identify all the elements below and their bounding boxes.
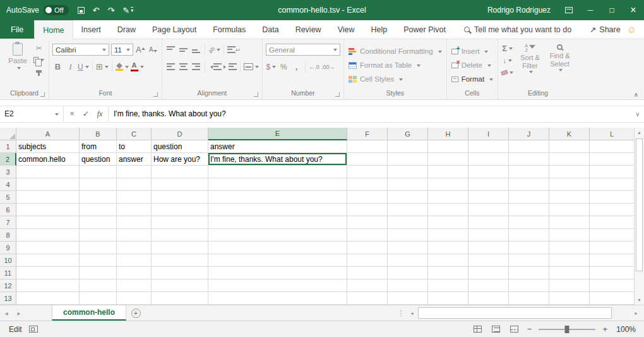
cancel-button[interactable]: ×: [65, 109, 79, 118]
column-header-F[interactable]: F: [347, 128, 388, 140]
zoom-slider[interactable]: [539, 329, 595, 330]
clipboard-dialog-launcher[interactable]: [40, 92, 45, 97]
zoom-in-button[interactable]: +: [602, 324, 607, 334]
cell-L4[interactable]: [590, 178, 634, 191]
cell-L5[interactable]: [590, 191, 634, 204]
cell-B9[interactable]: [80, 242, 117, 254]
cell-styles-button[interactable]: Cell Styles: [347, 73, 443, 85]
name-box[interactable]: E2: [0, 106, 64, 122]
autosum-button[interactable]: Σ: [501, 44, 513, 53]
cell-I8[interactable]: [468, 229, 509, 242]
cell-H9[interactable]: [428, 242, 468, 254]
decrease-decimal-button[interactable]: .00→: [321, 61, 335, 73]
alignment-dialog-launcher[interactable]: [254, 92, 258, 97]
zoom-out-button[interactable]: −: [527, 324, 532, 334]
cell-G3[interactable]: [388, 166, 428, 178]
view-page-break-button[interactable]: [509, 324, 520, 334]
cell-E11[interactable]: [208, 267, 347, 279]
select-all-corner[interactable]: [0, 128, 16, 140]
cell-G2[interactable]: [388, 153, 428, 166]
cell-H8[interactable]: [428, 229, 468, 242]
cell-J6[interactable]: [509, 204, 549, 216]
paste-button[interactable]: Paste: [3, 41, 32, 89]
undo-button[interactable]: ↶: [93, 6, 100, 15]
cell-C8[interactable]: [117, 229, 152, 242]
cell-I11[interactable]: [468, 267, 509, 279]
cell-A5[interactable]: [16, 191, 80, 204]
cell-L1[interactable]: [590, 140, 634, 153]
tab-help[interactable]: Help: [363, 20, 396, 39]
cell-B10[interactable]: [80, 254, 117, 267]
cell-B12[interactable]: [80, 279, 117, 292]
align-left-button[interactable]: [165, 61, 176, 73]
cell-B8[interactable]: [80, 229, 117, 242]
cell-E3[interactable]: [208, 166, 347, 178]
cell-D6[interactable]: [152, 204, 208, 216]
cell-H4[interactable]: [428, 178, 468, 191]
cell-E2[interactable]: I'm fine, thanks. What about you?: [208, 153, 347, 166]
row-header-9[interactable]: 9: [0, 242, 16, 254]
macro-record-icon[interactable]: [29, 326, 38, 333]
cell-L6[interactable]: [590, 204, 634, 216]
align-right-button[interactable]: [191, 61, 201, 73]
row-header-13[interactable]: 13: [0, 292, 16, 305]
cell-G11[interactable]: [388, 267, 428, 279]
fill-button[interactable]: ↓: [501, 56, 513, 65]
cell-G9[interactable]: [388, 242, 428, 254]
cell-D1[interactable]: question: [152, 140, 208, 153]
column-header-E[interactable]: E: [208, 128, 347, 140]
tab-view[interactable]: View: [330, 20, 363, 39]
decrease-font-size-button[interactable]: A: [148, 44, 158, 56]
cell-K13[interactable]: [549, 292, 590, 305]
feedback-smiley-button[interactable]: ☺: [627, 20, 644, 39]
cell-H3[interactable]: [428, 166, 468, 178]
cell-E13[interactable]: [208, 292, 347, 305]
cell-B6[interactable]: [80, 204, 117, 216]
column-header-K[interactable]: K: [549, 128, 590, 140]
cell-C12[interactable]: [117, 279, 152, 292]
underline-button[interactable]: U: [78, 61, 89, 73]
save-button[interactable]: [78, 7, 85, 14]
cell-D2[interactable]: How are you?: [152, 153, 208, 166]
cell-A8[interactable]: [16, 229, 80, 242]
zoom-level[interactable]: 100%: [614, 325, 636, 334]
cell-C4[interactable]: [117, 178, 152, 191]
column-header-C[interactable]: C: [117, 128, 152, 140]
cell-G5[interactable]: [388, 191, 428, 204]
cell-G1[interactable]: [388, 140, 428, 153]
align-bottom-button[interactable]: [191, 44, 201, 56]
row-header-8[interactable]: 8: [0, 229, 16, 242]
cell-D8[interactable]: [152, 229, 208, 242]
cell-H2[interactable]: [428, 153, 468, 166]
cell-E10[interactable]: [208, 254, 347, 267]
cell-G6[interactable]: [388, 204, 428, 216]
number-dialog-launcher[interactable]: [335, 92, 340, 97]
conditional-formatting-button[interactable]: Conditional Formatting: [347, 45, 443, 58]
cell-H6[interactable]: [428, 204, 468, 216]
align-top-button[interactable]: [165, 44, 176, 56]
column-header-G[interactable]: G: [388, 128, 428, 140]
cell-L3[interactable]: [590, 166, 634, 178]
splitter-handle[interactable]: ⋮: [394, 305, 407, 321]
ribbon-display-options-button[interactable]: [558, 0, 580, 20]
cell-F6[interactable]: [347, 204, 388, 216]
wrap-text-button[interactable]: ↩: [227, 44, 241, 56]
tab-power-pivot[interactable]: Power Pivot: [395, 20, 454, 39]
bold-button[interactable]: B: [52, 61, 63, 73]
sort-filter-button[interactable]: AZ Sort & Filter: [515, 41, 545, 89]
cell-C11[interactable]: [117, 267, 152, 279]
row-header-4[interactable]: 4: [0, 178, 16, 191]
column-header-I[interactable]: I: [468, 128, 509, 140]
cell-L12[interactable]: [590, 279, 634, 292]
cell-J13[interactable]: [509, 292, 549, 305]
cell-I13[interactable]: [468, 292, 509, 305]
sheet-nav-left-icon[interactable]: ◂: [0, 305, 13, 321]
cell-K8[interactable]: [549, 229, 590, 242]
tab-file[interactable]: File: [0, 20, 34, 39]
cell-F13[interactable]: [347, 292, 388, 305]
view-normal-button[interactable]: [472, 324, 484, 334]
scroll-left-icon[interactable]: ◂: [407, 309, 417, 318]
cell-H1[interactable]: [428, 140, 468, 153]
cell-D4[interactable]: [152, 178, 208, 191]
cell-E7[interactable]: [208, 216, 347, 229]
